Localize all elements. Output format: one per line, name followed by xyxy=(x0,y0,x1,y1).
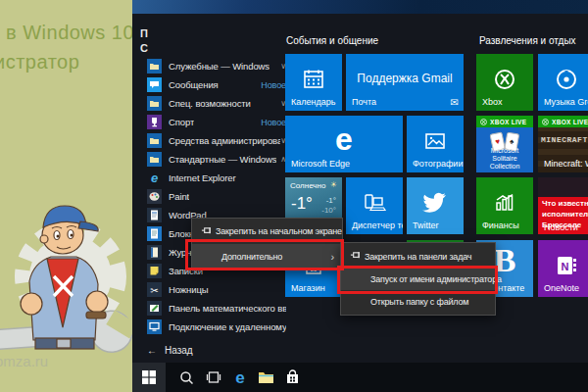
left-banner-panel: в Windows 10 · истратор xyxy=(0,0,132,392)
photos-icon xyxy=(423,129,447,153)
app-item-math-input[interactable]: Панель математического ввода xyxy=(139,299,290,318)
app-item-accessibility[interactable]: Спец. возможности ∨ xyxy=(139,94,290,113)
app-item-messaging[interactable]: Сообщения Новое xyxy=(139,75,290,94)
tile-label: Почта xyxy=(352,97,376,107)
menu-item-label: Открыть папку с файлом xyxy=(370,297,468,307)
menu-item-pin-to-taskbar[interactable]: Закрепить на панели задач xyxy=(341,245,495,268)
submenu-arrow-icon: › xyxy=(331,251,334,263)
folder-icon xyxy=(147,96,162,111)
taskbar: e xyxy=(132,363,588,392)
menu-item-run-as-admin[interactable]: Запуск от имени администратора xyxy=(341,268,495,290)
app-label: Спец. возможности xyxy=(169,98,251,109)
edge-logo-icon: e xyxy=(285,122,403,158)
store-bag-icon xyxy=(285,369,300,385)
xbox-icon xyxy=(480,119,487,125)
sticky-note-icon xyxy=(147,264,162,278)
folder-icon xyxy=(147,133,162,148)
tile-label: Фотографии xyxy=(413,159,463,169)
notepad-icon xyxy=(147,226,162,241)
mail-live-text: Поддержка Gmail xyxy=(346,72,464,85)
search-button[interactable] xyxy=(173,363,200,392)
app-item-accessories[interactable]: Стандартные — Windows ∧ xyxy=(139,150,290,169)
tile-label: Диспетчер те... xyxy=(352,220,403,230)
onenote-icon: N xyxy=(555,254,578,277)
tile-xbox[interactable]: Xbox xyxy=(476,54,533,111)
app-label: Paint xyxy=(169,191,189,202)
task-view-button[interactable] xyxy=(200,363,226,392)
tile-onenote[interactable]: N OneNote xyxy=(538,240,588,297)
minecraft-logo: MINECRAFT xyxy=(541,135,588,144)
tile-label: Twitter xyxy=(413,220,439,230)
tile-label: Музыка Gro xyxy=(544,97,588,107)
edge-taskbar-button[interactable]: e xyxy=(226,363,253,392)
tile-edge[interactable]: e Microsoft Edge xyxy=(285,116,403,172)
app-label: Internet Explorer xyxy=(169,172,236,183)
remote-desktop-icon xyxy=(147,319,162,334)
tile-finance[interactable]: Финансы xyxy=(476,177,533,234)
tile-calendar[interactable]: Календарь xyxy=(285,54,342,111)
menu-item-label: Дополнительно xyxy=(221,252,282,262)
tile-label: Магазин xyxy=(291,283,325,293)
banner-title-line1: в Windows 10 · xyxy=(6,22,132,44)
file-explorer-icon xyxy=(258,370,274,384)
tile-solitaire[interactable]: XBOX LIVE ♥ ♠ Microsoft Solitaire Collec… xyxy=(476,116,533,172)
journal-icon xyxy=(147,245,162,260)
math-input-icon xyxy=(147,301,162,316)
weather-temp: -1° xyxy=(291,194,313,214)
finance-chart-icon xyxy=(493,192,516,214)
letter-header-p[interactable]: П xyxy=(140,27,148,39)
app-item-internet-explorer[interactable]: e Internet Explorer xyxy=(139,169,290,187)
tile-label: Новости xyxy=(544,222,578,232)
file-explorer-button[interactable] xyxy=(253,363,279,392)
tile-label: Minecraft: W xyxy=(544,159,588,169)
sport-trophy-icon xyxy=(147,115,162,129)
start-button[interactable] xyxy=(132,363,166,392)
tile-group-header-right: Развлечения и отдых xyxy=(479,35,576,46)
store-taskbar-button[interactable] xyxy=(279,363,306,392)
envelope-icon: ✉ xyxy=(451,97,459,108)
menu-item-label: Закрепить на начальном экране xyxy=(216,226,342,236)
watermark: omza.ru xyxy=(0,353,48,369)
tile-minecraft[interactable]: XBOX LIVE MINECRAFT Minecraft: W xyxy=(538,116,588,172)
tile-photos[interactable]: Фотографии xyxy=(407,116,464,172)
app-label: Ножницы xyxy=(169,284,209,295)
tile-label: Microsoft Edge xyxy=(291,159,350,169)
letter-header-s[interactable]: С xyxy=(140,42,148,54)
back-button[interactable]: ← Назад xyxy=(147,345,193,356)
tile-news[interactable]: Что известн исполнителе Брюсселе Новости xyxy=(538,177,588,234)
xbox-live-banner: XBOX LIVE xyxy=(476,116,533,127)
app-label: Сообщения xyxy=(169,79,219,90)
tile-label: Календарь xyxy=(291,97,335,107)
tile-label: Xbox xyxy=(482,97,503,107)
app-item-admin-tools[interactable]: Средства администрирован... ∨ xyxy=(139,131,290,150)
app-item-snipping-tool[interactable]: ✂ Ножницы xyxy=(139,280,290,299)
svg-text:e: e xyxy=(151,171,158,185)
menu-item-open-file-location[interactable]: Открыть папку с файлом xyxy=(341,290,495,313)
folder-icon xyxy=(147,152,162,167)
pin-icon xyxy=(350,251,361,262)
app-label: Стандартные — Windows xyxy=(169,154,276,165)
app-item-system-windows[interactable]: Служебные — Windows ∨ xyxy=(139,57,290,75)
pin-icon xyxy=(201,226,212,237)
xbox-icon xyxy=(492,67,517,92)
weather-condition: Солнечно xyxy=(290,181,325,190)
context-submenu: Закрепить на панели задач Запуск от имен… xyxy=(340,242,496,316)
new-badge: Новое xyxy=(261,118,286,127)
twitter-bird-icon xyxy=(422,192,448,214)
menu-item-pin-to-start[interactable]: Закрепить на начальном экране xyxy=(192,219,342,244)
xbox-live-banner: XBOX LIVE xyxy=(538,116,588,127)
back-label: Назад xyxy=(165,345,193,356)
tile-twitter[interactable]: Twitter xyxy=(407,177,464,234)
tile-mail[interactable]: Поддержка Gmail Почта ✉ xyxy=(346,54,464,111)
menu-item-label: Закрепить на панели задач xyxy=(365,252,471,262)
tile-label: OneNote xyxy=(544,283,579,293)
tile-phone-companion[interactable]: Диспетчер те... xyxy=(346,177,403,234)
app-item-sport[interactable]: Спорт Новое xyxy=(139,113,290,131)
edge-icon: e xyxy=(231,368,249,386)
menu-item-more[interactable]: Дополнительно › xyxy=(192,244,342,270)
app-item-paint[interactable]: Paint xyxy=(139,187,290,206)
tile-groove-music[interactable]: Музыка Gro xyxy=(538,54,588,111)
app-item-remote-desktop[interactable]: Подключение к удаленному р... xyxy=(139,318,290,336)
svg-text:✂: ✂ xyxy=(150,285,158,296)
banner-title-line2: истратор xyxy=(0,51,79,74)
